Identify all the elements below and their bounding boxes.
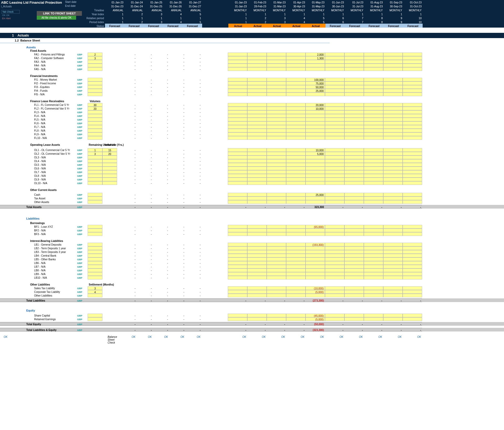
row-label-status: Status [0,24,105,28]
section-actuals: 1Actuals [0,33,504,38]
app-title: ABC Leasing Ltd Financial Projection [0,0,105,4]
sheet-name: i_Actuals [0,4,105,8]
tab-check-box: Tab Check OK OK Err Alert [1,10,20,20]
subsection-balance-sheet: 1.2 Balance Sheet [0,38,330,43]
link-front-sheet-button[interactable]: LINK TO FRONT SHEET [37,11,82,16]
footer-row: OK Balance Sheet Check OKOKOKOKOK OKOKOK… [0,335,504,350]
file-checks-status: All file checks & alerts OK [37,16,76,20]
